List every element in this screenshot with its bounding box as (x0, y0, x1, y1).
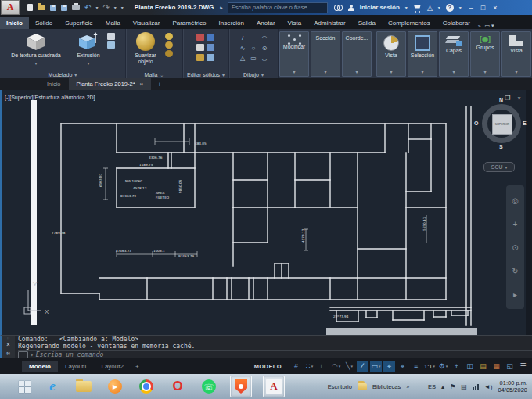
draw-tool-icon[interactable]: ○ (249, 43, 259, 52)
chrome-icon[interactable] (136, 376, 156, 397)
panel-grupos[interactable]: [◉] Grupos ▾ (470, 31, 500, 77)
ribbon-tab-inserción[interactable]: Inserción (213, 17, 250, 29)
ribbon-tab-paramétrico[interactable]: Paramétrico (166, 17, 212, 29)
annotation-scale-label[interactable]: 1:1▾ (423, 361, 436, 372)
solid-edit-tool-icon[interactable] (196, 54, 204, 61)
tab-close-icon[interactable]: × (140, 81, 144, 88)
desktop-toolbar-label[interactable]: Escritorio (328, 383, 352, 390)
toolbar-chevron-icon[interactable]: » (406, 384, 409, 390)
textured-box-tool[interactable]: De textura cuadrada ▾ (2, 31, 70, 66)
panel-vista-2[interactable]: Vista ▾ (501, 31, 531, 77)
ortho-icon[interactable]: ∟ (317, 361, 329, 372)
panel-seccion[interactable]: Sección ▾ (311, 31, 340, 77)
viewcube-north[interactable]: N (499, 97, 503, 102)
solid-edit-tool-icon[interactable] (196, 34, 204, 41)
mesh-tool-icon[interactable] (165, 41, 173, 49)
hidden-icons-button[interactable]: ▴ (441, 383, 444, 390)
store-cart-icon[interactable] (413, 5, 422, 11)
sign-in-button[interactable]: Iniciar sesión (360, 4, 400, 11)
media-player-icon[interactable]: ▶ (105, 376, 125, 397)
language-indicator[interactable]: ES (428, 383, 436, 390)
customization-icon[interactable]: ☰ (517, 361, 529, 372)
panel-label-malla[interactable]: Malla⌄ (126, 70, 182, 78)
ribbon-tab-vista[interactable]: Vista (282, 17, 308, 29)
grid-icon[interactable]: # (290, 361, 302, 372)
panel-modificar[interactable]: Modificar ▾ (279, 31, 309, 77)
pan-icon[interactable]: + (513, 220, 518, 228)
ribbon-tab-administrar[interactable]: Administrar (307, 17, 351, 29)
network-icon[interactable] (473, 384, 479, 390)
open-file-icon[interactable] (38, 5, 45, 10)
osnap-icon[interactable]: ⌖ (383, 361, 395, 372)
units-icon[interactable]: ▤ (477, 361, 489, 372)
close-button[interactable]: × (493, 4, 497, 12)
draw-tool-icon[interactable]: ◠ (260, 33, 270, 42)
extrusion-tool[interactable]: Extrusión ▾ (72, 31, 105, 66)
internet-explorer-icon[interactable]: e (42, 376, 63, 397)
help-icon[interactable]: ? (446, 4, 454, 12)
graphics-performance-icon[interactable]: ▦ (491, 361, 502, 372)
volume-icon[interactable]: ◄) (484, 383, 493, 390)
panel-label-modelado[interactable]: Modelado▾ (0, 70, 125, 78)
drawing-canvas[interactable]: [-][Superior][Estructura alámbrica 2D] 4… (0, 90, 532, 335)
draw-tool-icon[interactable]: ▭ (249, 53, 259, 63)
autocad-taskbar-icon[interactable]: A (263, 376, 285, 397)
layout-tab-layout1[interactable]: Layout1 (58, 361, 94, 372)
panel-coordenadas[interactable]: Coorde... ▾ (342, 31, 372, 77)
command-wrench-icon[interactable]: ⚒ (6, 350, 10, 357)
zoom-icon[interactable]: ⊙ (512, 243, 518, 252)
draw-tool-icon[interactable]: / (238, 33, 248, 42)
ribbon-tab-sólido[interactable]: Sólido (29, 17, 59, 29)
panel-label-editar-solidos[interactable]: Editar sólidos▾ (183, 70, 228, 78)
draw-tool-icon[interactable]: ⊙ (260, 43, 270, 52)
maximize-button[interactable]: □ (481, 4, 485, 12)
file-tab-document[interactable]: Planta Freeko 2019-2* × (69, 78, 152, 90)
minimize-button[interactable]: – (469, 4, 473, 12)
solid-edit-tool-icon[interactable] (207, 54, 214, 61)
steering-wheel-icon[interactable]: ◎ (512, 196, 519, 205)
action-center-icon[interactable]: ▤ (461, 383, 467, 390)
isodraft-icon[interactable]: ╲▾ (343, 361, 355, 372)
ribbon-display-options-icon[interactable]: ▭ ▾ (485, 23, 494, 29)
viewcube-east[interactable]: E (523, 120, 527, 126)
libraries-label[interactable]: Bibliotecas (372, 383, 401, 390)
redo-icon[interactable]: ↷ (102, 5, 109, 11)
ribbon-tab-malla[interactable]: Malla (99, 17, 127, 29)
model-space-button[interactable]: MODELO (250, 361, 286, 372)
viewcube-face[interactable]: SUPERIOR (492, 114, 512, 135)
panel-seleccion[interactable]: Selección ▾ (408, 31, 437, 77)
help-search-input[interactable]: Escriba palabra clave o frase (228, 2, 328, 13)
annotation-monitor-icon[interactable]: ◫ (464, 361, 476, 372)
panel-capas[interactable]: Capas ▾ (439, 31, 469, 77)
modeling-tool-icon[interactable] (107, 33, 115, 40)
new-file-icon[interactable] (27, 4, 33, 11)
ribbon-tab-anotar[interactable]: Anotar (250, 17, 282, 29)
command-input[interactable]: ▾ Escriba un comando (18, 350, 532, 358)
ucs-button[interactable]: SCU▾ (483, 162, 515, 172)
search-binoculars-icon[interactable] (334, 5, 343, 11)
ribbon-tab-inicio[interactable]: Inicio (0, 17, 29, 29)
action-flag-icon[interactable]: ⚑ (450, 383, 455, 390)
showmotion-icon[interactable]: ▸ (513, 290, 517, 299)
ribbon-tab-superficie[interactable]: Superficie (59, 17, 99, 29)
ribbon-tab-salida[interactable]: Salida (352, 17, 382, 29)
layout-tab-modelo[interactable]: Modelo (22, 361, 58, 372)
draw-tool-icon[interactable]: ~ (249, 33, 259, 42)
viewcube-west[interactable]: O (474, 120, 478, 126)
snap-icon[interactable]: ∷▾ (304, 361, 315, 372)
solid-edit-tool-icon[interactable] (207, 34, 214, 41)
mesh-tool-icon[interactable] (165, 50, 173, 57)
sign-in-dropdown-icon[interactable]: ▾ (405, 5, 408, 10)
polar-tracking-icon[interactable]: ◠▾ (330, 361, 342, 372)
panel-label-dibujo[interactable]: Dibujo▾ (229, 70, 278, 78)
autodesk-app-icon[interactable]: △ (427, 4, 433, 12)
plot-icon[interactable] (72, 5, 80, 10)
save-icon[interactable] (50, 5, 56, 11)
save-as-icon[interactable] (61, 5, 67, 11)
file-explorer-icon[interactable] (74, 376, 94, 397)
new-layout-button[interactable]: + (131, 363, 144, 370)
new-tab-button[interactable]: + (151, 78, 167, 90)
command-dropdown-icon[interactable]: ▾ (31, 352, 34, 358)
libraries-folder-icon[interactable] (358, 383, 367, 390)
viewcube-south[interactable]: S (499, 144, 503, 149)
